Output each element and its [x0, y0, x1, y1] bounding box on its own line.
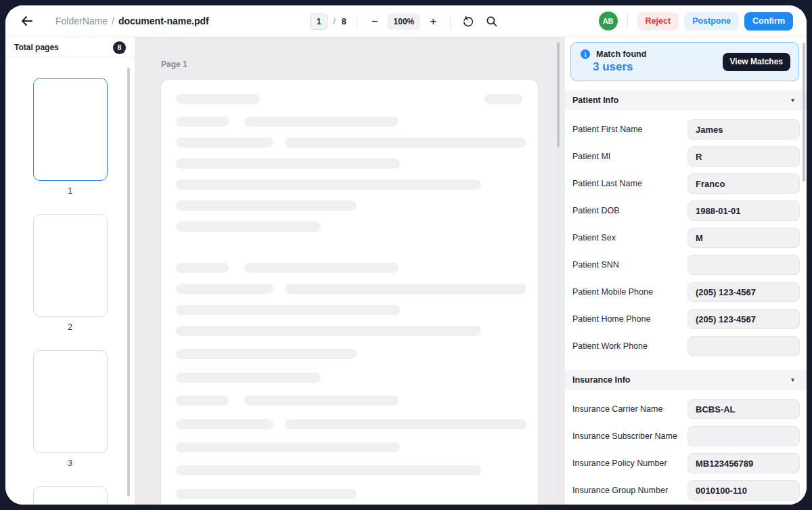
- zoom-level[interactable]: 100%: [388, 14, 421, 30]
- page-number-input[interactable]: 1: [310, 14, 328, 30]
- document-toolbar: 1 / 8 − 100% +: [310, 5, 498, 37]
- thumbnail-item: 3: [5, 350, 135, 469]
- breadcrumb-separator: /: [112, 16, 114, 26]
- text-placeholder-line: [176, 137, 273, 148]
- text-placeholder-line: [176, 419, 273, 429]
- total-pages-label: Total pages: [14, 43, 59, 52]
- match-banner: i Match found 3 users View Matches: [570, 42, 799, 81]
- text-placeholder-line: [285, 419, 526, 429]
- text-placeholder-line: [176, 200, 357, 211]
- section-header-patient-info[interactable]: Patient Info▾: [565, 90, 807, 110]
- thumbnail-item: 1: [5, 78, 135, 197]
- field-row: Patient SNN: [565, 255, 807, 275]
- breadcrumb-folder[interactable]: FolderName: [55, 16, 108, 26]
- patient-work-phone-input[interactable]: [687, 336, 800, 356]
- field-row: Insurance Subscriber Name: [565, 426, 807, 446]
- text-placeholder-line: [176, 179, 481, 190]
- section-title: Insurance Info: [572, 375, 630, 385]
- patient-snn-input[interactable]: [687, 255, 800, 275]
- field-label: Insurance Carrier Name: [572, 404, 662, 414]
- patient-dob-input[interactable]: [687, 200, 800, 221]
- toolbar-divider: [357, 14, 358, 29]
- text-placeholder-line: [176, 94, 260, 104]
- page-label: Page 1: [161, 60, 187, 69]
- field-row: Patient Home Phone: [565, 309, 807, 329]
- search-icon: [486, 16, 497, 27]
- thumbnail-item: 2: [5, 214, 135, 333]
- rotate-button[interactable]: [461, 15, 475, 28]
- breadcrumb-document: document-name.pdf: [118, 16, 209, 26]
- confirm-button[interactable]: Confirm: [744, 12, 793, 30]
- page-thumbnail[interactable]: [33, 78, 108, 181]
- field-label: Patient Work Phone: [572, 341, 648, 351]
- thumbnail-list: 123: [5, 58, 135, 505]
- text-placeholder-line: [484, 94, 522, 104]
- chevron-down-icon: ▾: [791, 97, 794, 104]
- panel-scrollbar[interactable]: [803, 43, 805, 182]
- patient-first-name-input[interactable]: [687, 119, 800, 140]
- field-row: Insurance Group Number: [565, 480, 807, 501]
- match-banner-text: i Match found 3 users: [581, 49, 646, 74]
- pager-separator: /: [333, 17, 335, 26]
- avatar[interactable]: AB: [599, 12, 618, 30]
- patient-home-phone-input[interactable]: [687, 309, 800, 329]
- text-placeholder-line: [285, 137, 526, 148]
- field-label: Patient Mobile Phone: [572, 287, 653, 297]
- text-placeholder-line: [176, 465, 481, 475]
- pager-total: 8: [342, 17, 346, 26]
- text-placeholder-line: [285, 284, 526, 294]
- view-matches-button[interactable]: View Matches: [723, 53, 790, 71]
- section-fields: Patient First NamePatient MIPatient Last…: [565, 110, 807, 370]
- text-placeholder-line: [244, 396, 399, 406]
- breadcrumb: FolderName / document-name.pdf: [55, 16, 209, 26]
- field-label: Patient Home Phone: [572, 314, 650, 324]
- rotate-icon: [462, 16, 474, 28]
- postpone-button[interactable]: Postpone: [684, 12, 739, 30]
- chevron-down-icon: ▾: [791, 377, 794, 383]
- field-row: Patient Last Name: [565, 173, 807, 194]
- patient-mi-input[interactable]: [687, 146, 800, 167]
- content-area: Total pages 8 123 Page 1 i Match found 3…: [5, 37, 807, 505]
- insurance-carrier-name-input[interactable]: [687, 399, 800, 419]
- section-title: Patient Info: [572, 95, 618, 105]
- text-placeholder-line: [244, 116, 399, 127]
- back-button[interactable]: [19, 13, 35, 29]
- info-icon: i: [581, 49, 590, 59]
- sidebar-scrollbar[interactable]: [127, 68, 130, 496]
- patient-mobile-phone-input[interactable]: [687, 282, 800, 302]
- match-title: Match found: [596, 49, 646, 59]
- field-label: Patient Sex: [572, 233, 616, 242]
- field-row: Insurance Carrier Name: [565, 399, 807, 419]
- patient-sex-input[interactable]: [687, 228, 800, 248]
- text-placeholder-line: [244, 263, 399, 273]
- text-placeholder-line: [176, 349, 357, 359]
- text-placeholder-line: [176, 221, 321, 232]
- zoom-in-button[interactable]: +: [427, 14, 439, 30]
- page-thumbnail[interactable]: [33, 214, 108, 317]
- viewer-scrollbar[interactable]: [557, 42, 560, 147]
- insurance-subscriber-name-input[interactable]: [687, 426, 800, 446]
- match-count: 3 users: [593, 60, 646, 74]
- insurance-group-number-input[interactable]: [687, 480, 800, 501]
- page-thumbnail[interactable]: [33, 486, 108, 505]
- field-label: Insurance Policy Number: [572, 459, 667, 468]
- text-placeholder-line: [176, 442, 400, 452]
- reject-button[interactable]: Reject: [637, 12, 679, 30]
- insurance-policy-number-input[interactable]: [687, 453, 800, 473]
- patient-last-name-input[interactable]: [687, 173, 800, 194]
- field-row: Patient Sex: [565, 228, 807, 248]
- pages-sidebar: Total pages 8 123: [5, 37, 135, 505]
- field-row: Patient Work Phone: [565, 336, 807, 356]
- zoom-out-button[interactable]: −: [369, 14, 381, 30]
- search-button[interactable]: [484, 15, 498, 28]
- arrow-left-icon: [21, 16, 33, 26]
- text-placeholder-line: [176, 116, 229, 127]
- form-sections: Patient Info▾Patient First NamePatient M…: [565, 90, 807, 505]
- field-row: Patient MI: [565, 146, 807, 167]
- page-thumbnail[interactable]: [33, 350, 108, 453]
- document-page: [161, 80, 538, 505]
- text-placeholder-line: [176, 489, 357, 499]
- toolbar-divider: [450, 14, 451, 29]
- field-row: Patient DOB: [565, 200, 807, 221]
- section-header-insurance-info[interactable]: Insurance Info▾: [565, 370, 807, 390]
